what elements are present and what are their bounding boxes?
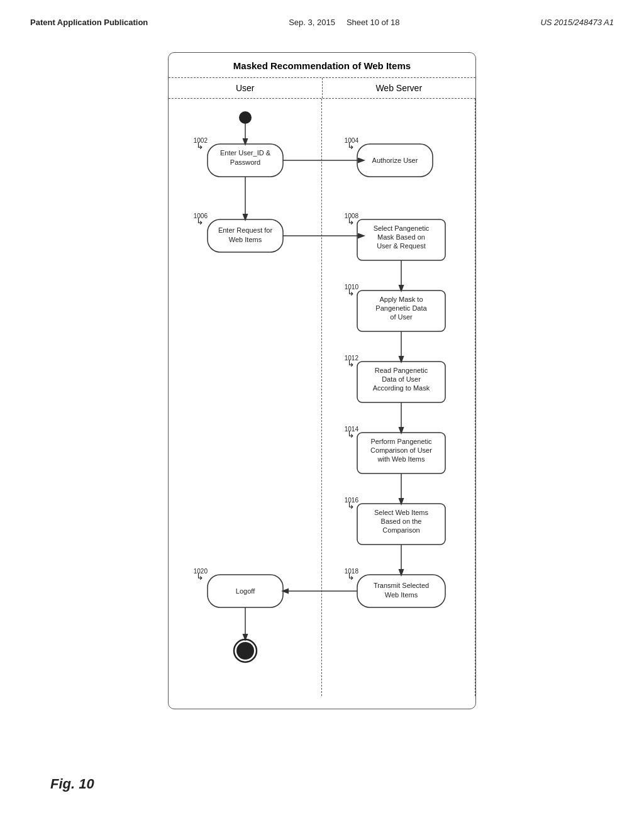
header-sheet: Sheet 10 of 18	[347, 18, 400, 27]
svg-text:↳: ↳	[347, 572, 355, 582]
svg-text:Apply Mask to: Apply Mask to	[379, 296, 423, 303]
svg-text:Mask Based on: Mask Based on	[377, 233, 425, 241]
svg-text:with Web Items: with Web Items	[377, 455, 425, 463]
svg-text:↳: ↳	[196, 216, 204, 226]
main-content: Masked Recommendation of Web Items User …	[0, 33, 644, 709]
svg-text:↳: ↳	[196, 572, 204, 582]
header-date: Sep. 3, 2015	[289, 18, 335, 27]
svg-text:↳: ↳	[347, 216, 355, 226]
header-publication: Patent Application Publication	[30, 18, 148, 27]
svg-text:↳: ↳	[347, 141, 355, 151]
svg-text:↳: ↳	[347, 287, 355, 297]
svg-text:Logoff: Logoff	[236, 587, 255, 595]
svg-text:Data of User: Data of User	[382, 375, 421, 383]
svg-text:↳: ↳	[347, 358, 355, 368]
svg-text:According to Mask: According to Mask	[373, 384, 430, 392]
svg-text:↳: ↳	[347, 501, 355, 511]
lanes: Enter User_ID & Password 1002 ↳ Authoriz…	[169, 99, 475, 696]
diagram-container: Masked Recommendation of Web Items User …	[168, 52, 476, 709]
column-headers: User Web Server	[169, 78, 475, 99]
col-header-server: Web Server	[323, 78, 476, 98]
svg-text:Web Items: Web Items	[385, 591, 418, 599]
page-header: Patent Application Publication Sep. 3, 2…	[0, 0, 644, 33]
svg-point-64	[236, 642, 254, 660]
svg-text:Password: Password	[230, 158, 260, 166]
svg-text:Read Pangenetic: Read Pangenetic	[375, 367, 428, 374]
svg-text:↳: ↳	[347, 429, 355, 440]
diagram-title: Masked Recommendation of Web Items	[169, 53, 475, 78]
svg-text:Web Items: Web Items	[229, 236, 262, 243]
svg-text:Authorize User: Authorize User	[372, 157, 418, 164]
svg-text:Select Web Items: Select Web Items	[374, 509, 428, 516]
svg-text:↳: ↳	[196, 141, 204, 151]
svg-text:Perform Pangenetic: Perform Pangenetic	[370, 438, 432, 445]
header-patent: US 2015/248473 A1	[540, 18, 614, 27]
start-node	[239, 111, 252, 124]
svg-text:User & Request: User & Request	[377, 242, 426, 250]
svg-text:Enter Request for: Enter Request for	[218, 226, 273, 234]
header-center: Sep. 3, 2015 Sheet 10 of 18	[289, 18, 399, 27]
svg-text:Comparison: Comparison	[382, 526, 419, 534]
svg-text:Comparison of User: Comparison of User	[370, 446, 432, 454]
col-header-user: User	[169, 78, 323, 98]
svg-text:Pangenetic Data: Pangenetic Data	[375, 304, 427, 312]
svg-text:Transmit Selected: Transmit Selected	[374, 582, 429, 589]
fig-label: Fig. 10	[50, 776, 94, 792]
svg-text:Select Pangenetic: Select Pangenetic	[374, 224, 430, 232]
flowchart-svg: Enter User_ID & Password 1002 ↳ Authoriz…	[169, 99, 477, 702]
svg-text:of User: of User	[390, 313, 413, 321]
svg-text:Enter User_ID &: Enter User_ID &	[220, 149, 271, 157]
svg-text:Based on the: Based on the	[381, 517, 422, 525]
